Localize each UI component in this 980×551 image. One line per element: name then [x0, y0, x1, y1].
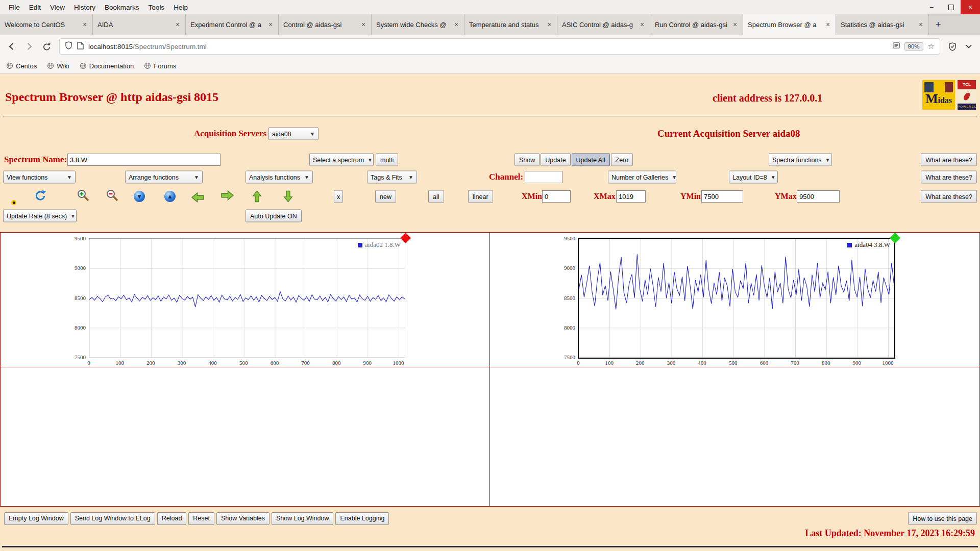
- x-axis: 01002003004005006007008009001000: [89, 359, 404, 367]
- menu-history[interactable]: History: [69, 2, 100, 13]
- reader-mode-icon[interactable]: [893, 42, 900, 51]
- reload-button[interactable]: Reload: [157, 512, 187, 525]
- menu-help[interactable]: Help: [169, 2, 192, 13]
- tab-close-icon[interactable]: ×: [823, 20, 832, 29]
- all-button[interactable]: all: [428, 190, 444, 203]
- tab-close-icon[interactable]: ×: [452, 20, 461, 29]
- analysis-functions-select[interactable]: Analysis functions▼: [246, 171, 313, 184]
- close-icon[interactable]: ×: [961, 0, 980, 14]
- url-bar[interactable]: localhost:8015/Spectrum/Spectrum.tml 90%…: [59, 38, 940, 55]
- protections-dashboard-icon[interactable]: [945, 39, 960, 54]
- new-button[interactable]: new: [375, 190, 396, 203]
- spectrum-name-input[interactable]: [67, 154, 220, 166]
- auto-update-button[interactable]: Auto Update ON: [246, 210, 302, 222]
- pan-left-icon[interactable]: [191, 190, 205, 204]
- tab-close-icon[interactable]: ×: [266, 20, 275, 29]
- tags-fits-select[interactable]: Tags & Fits▼: [367, 171, 417, 184]
- page-info-icon[interactable]: [77, 42, 84, 52]
- zoom-level-badge[interactable]: 90%: [904, 42, 923, 51]
- tab-close-icon[interactable]: ×: [359, 20, 368, 29]
- multi-button[interactable]: multi: [376, 154, 398, 166]
- plot-area[interactable]: aida02 1.8.W: [89, 238, 405, 358]
- bookmark-documentation[interactable]: Documentation: [80, 62, 134, 70]
- select-spectrum-select[interactable]: Select a spectrum▼: [309, 154, 374, 166]
- midas-logo: Midas: [922, 80, 955, 110]
- pan-down-icon[interactable]: [281, 190, 293, 203]
- scale-down-icon[interactable]: ▼: [134, 191, 145, 202]
- tab-control[interactable]: Control @ aidas-gsi×: [279, 14, 372, 35]
- xmax-input[interactable]: [616, 190, 646, 203]
- number-of-galleries-select[interactable]: Number of Galleries▼: [608, 171, 676, 184]
- menu-bookmarks[interactable]: Bookmarks: [100, 2, 144, 13]
- pan-up-icon[interactable]: [252, 190, 264, 203]
- minimize-icon[interactable]: −: [922, 0, 941, 14]
- forward-icon[interactable]: [21, 39, 37, 54]
- tab-close-icon[interactable]: ×: [638, 20, 647, 29]
- menu-edit[interactable]: Edit: [24, 2, 45, 13]
- tab-close-icon[interactable]: ×: [545, 20, 554, 29]
- channel-input[interactable]: [525, 171, 562, 183]
- view-functions-select[interactable]: View functions▼: [3, 171, 76, 184]
- update-rate-select[interactable]: Update Rate (8 secs)▼: [3, 210, 77, 222]
- zoom-out-icon[interactable]: [106, 189, 119, 204]
- tab-temperature-status[interactable]: Temperature and status×: [464, 14, 557, 35]
- linear-button[interactable]: linear: [468, 190, 493, 203]
- show-variables-button[interactable]: Show Variables: [216, 512, 270, 525]
- tab-close-icon[interactable]: ×: [916, 20, 925, 29]
- tab-welcome-centos[interactable]: Welcome to CentOS×: [0, 14, 93, 35]
- new-tab-button[interactable]: +: [929, 14, 947, 35]
- spectra-functions-select[interactable]: Spectra functions▼: [769, 154, 832, 166]
- globe-icon: [144, 62, 151, 69]
- tab-experiment-control[interactable]: Experiment Control @ a×: [186, 14, 279, 35]
- menu-view[interactable]: View: [45, 2, 69, 13]
- enable-logging-button[interactable]: Enable Logging: [335, 512, 389, 525]
- y-tick-label: 8000: [75, 324, 86, 331]
- maximize-icon[interactable]: [941, 0, 961, 14]
- show-log-window-button[interactable]: Show Log Window: [272, 512, 334, 525]
- xmin-input[interactable]: [542, 190, 571, 203]
- bookmark-forums[interactable]: Forums: [144, 62, 176, 70]
- scale-up-icon[interactable]: ▲: [164, 191, 176, 202]
- menu-tools[interactable]: Tools: [144, 2, 169, 13]
- tab-statistics[interactable]: Statistics @ aidas-gsi×: [836, 14, 929, 35]
- back-icon[interactable]: [4, 39, 19, 54]
- bookmark-centos[interactable]: Centos: [6, 62, 37, 70]
- update-button[interactable]: Update: [541, 154, 570, 166]
- tracking-shield-icon[interactable]: [65, 41, 72, 52]
- overflow-menu-icon[interactable]: [962, 39, 976, 54]
- acquisition-server-select[interactable]: aida08▼: [268, 128, 318, 140]
- bookmark-wiki[interactable]: Wiki: [47, 62, 69, 70]
- reload-icon[interactable]: [39, 39, 54, 54]
- tab-asic-control[interactable]: ASIC Control @ aidas-g×: [557, 14, 650, 35]
- tab-close-icon[interactable]: ×: [730, 20, 740, 29]
- pan-right-icon[interactable]: [220, 190, 234, 204]
- x-button[interactable]: x: [334, 190, 343, 203]
- empty-log-window-button[interactable]: Empty Log Window: [4, 512, 68, 525]
- what-are-these-button[interactable]: What are these?: [921, 190, 977, 203]
- ymin-input[interactable]: [701, 190, 743, 203]
- current-server-label: Current Acquisition Server aida08: [657, 128, 800, 139]
- send-log-to-elog-button[interactable]: Send Log Window to ELog: [70, 512, 155, 525]
- zoom-in-icon[interactable]: [77, 189, 90, 204]
- arrange-functions-select[interactable]: Arrange functions▼: [125, 171, 203, 184]
- bookmark-star-icon[interactable]: ☆: [928, 42, 935, 51]
- url-text[interactable]: localhost:8015/Spectrum/Spectrum.tml: [88, 43, 888, 51]
- what-are-these-button[interactable]: What are these?: [921, 171, 977, 184]
- tab-aida[interactable]: AIDA×: [93, 14, 186, 35]
- refresh-icon[interactable]: [34, 189, 46, 204]
- tab-run-control[interactable]: Run Control @ aidas-gsi×: [650, 14, 743, 35]
- tab-close-icon[interactable]: ×: [173, 20, 182, 29]
- tab-system-checks[interactable]: System wide Checks @×: [372, 14, 464, 35]
- how-to-use-button[interactable]: How to use this page: [908, 512, 977, 525]
- layout-id-select[interactable]: Layout ID=8▼: [729, 171, 778, 184]
- reset-button[interactable]: Reset: [188, 512, 214, 525]
- update-all-button[interactable]: Update All: [572, 154, 610, 166]
- tab-close-icon[interactable]: ×: [80, 20, 89, 29]
- menu-file[interactable]: File: [4, 2, 24, 13]
- plot-area[interactable]: aida04 3.8.W: [578, 238, 895, 359]
- zero-button[interactable]: Zero: [611, 154, 633, 166]
- show-button[interactable]: Show: [514, 154, 540, 166]
- ymax-input[interactable]: [797, 190, 840, 203]
- what-are-these-button[interactable]: What are these?: [921, 154, 977, 166]
- tab-spectrum-browser[interactable]: Spectrum Browser @ a×: [743, 14, 836, 35]
